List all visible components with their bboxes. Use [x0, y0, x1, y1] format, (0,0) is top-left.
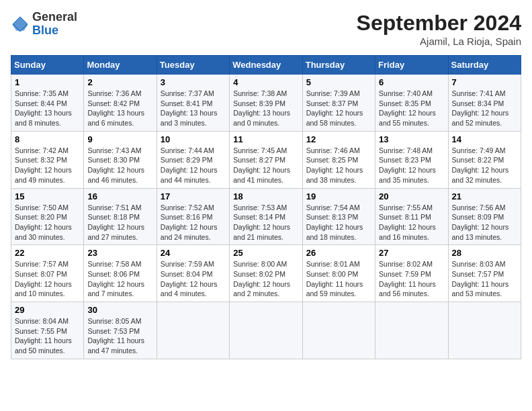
- day-info: Sunrise: 7:59 AMSunset: 8:04 PMDaylight:…: [161, 260, 218, 298]
- day-info: Sunrise: 7:53 AMSunset: 8:14 PMDaylight:…: [233, 203, 290, 241]
- day-info: Sunrise: 7:55 AMSunset: 8:11 PMDaylight:…: [379, 203, 436, 241]
- day-info: Sunrise: 8:00 AMSunset: 8:02 PMDaylight:…: [233, 260, 290, 298]
- calendar-cell: [230, 302, 302, 359]
- day-info: Sunrise: 8:01 AMSunset: 8:00 PMDaylight:…: [306, 260, 363, 298]
- calendar-cell: 23 Sunrise: 7:58 AMSunset: 8:06 PMDaylig…: [84, 245, 157, 302]
- day-number: 19: [306, 191, 371, 201]
- calendar-cell: 13 Sunrise: 7:48 AMSunset: 8:23 PMDaylig…: [375, 131, 448, 188]
- day-number: 16: [87, 191, 152, 201]
- weekday-header: Thursday: [302, 56, 375, 75]
- logo-icon: [11, 15, 30, 34]
- day-number: 27: [379, 248, 444, 258]
- day-info: Sunrise: 8:04 AMSunset: 7:55 PMDaylight:…: [15, 317, 72, 355]
- day-info: Sunrise: 7:51 AMSunset: 8:18 PMDaylight:…: [87, 203, 144, 241]
- day-info: Sunrise: 7:58 AMSunset: 8:06 PMDaylight:…: [87, 260, 144, 298]
- day-info: Sunrise: 7:41 AMSunset: 8:34 PMDaylight:…: [452, 89, 509, 127]
- calendar-cell: 14 Sunrise: 7:49 AMSunset: 8:22 PMDaylig…: [448, 131, 521, 188]
- day-number: 29: [15, 305, 80, 315]
- title-block: September 2024 Ajamil, La Rioja, Spain: [357, 11, 521, 47]
- location: Ajamil, La Rioja, Spain: [357, 36, 521, 47]
- day-info: Sunrise: 7:54 AMSunset: 8:13 PMDaylight:…: [306, 203, 363, 241]
- calendar-cell: 30 Sunrise: 8:05 AMSunset: 7:53 PMDaylig…: [84, 302, 157, 359]
- day-number: 1: [15, 77, 80, 87]
- calendar-cell: 27 Sunrise: 8:02 AMSunset: 7:59 PMDaylig…: [375, 245, 448, 302]
- day-info: Sunrise: 7:39 AMSunset: 8:37 PMDaylight:…: [306, 89, 363, 127]
- calendar-cell: 12 Sunrise: 7:46 AMSunset: 8:25 PMDaylig…: [302, 131, 375, 188]
- day-number: 10: [161, 134, 226, 144]
- day-number: 17: [161, 191, 226, 201]
- day-info: Sunrise: 7:36 AMSunset: 8:42 PMDaylight:…: [87, 89, 144, 127]
- day-info: Sunrise: 7:37 AMSunset: 8:41 PMDaylight:…: [161, 89, 218, 127]
- day-number: 4: [233, 77, 298, 87]
- day-number: 28: [452, 248, 517, 258]
- day-number: 15: [15, 191, 80, 201]
- calendar-cell: 18 Sunrise: 7:53 AMSunset: 8:14 PMDaylig…: [230, 188, 302, 245]
- calendar-cell: 1 Sunrise: 7:35 AMSunset: 8:44 PMDayligh…: [11, 75, 84, 132]
- calendar-cell: 26 Sunrise: 8:01 AMSunset: 8:00 PMDaylig…: [302, 245, 375, 302]
- day-number: 6: [379, 77, 444, 87]
- day-number: 23: [87, 248, 152, 258]
- day-number: 20: [379, 191, 444, 201]
- weekday-header: Saturday: [448, 56, 521, 75]
- weekday-header: Tuesday: [157, 56, 229, 75]
- day-number: 22: [15, 248, 80, 258]
- day-info: Sunrise: 7:42 AMSunset: 8:32 PMDaylight:…: [15, 146, 72, 184]
- calendar-cell: 29 Sunrise: 8:04 AMSunset: 7:55 PMDaylig…: [11, 302, 84, 359]
- day-info: Sunrise: 7:46 AMSunset: 8:25 PMDaylight:…: [306, 146, 363, 184]
- day-number: 5: [306, 77, 371, 87]
- day-number: 7: [452, 77, 517, 87]
- day-number: 21: [452, 191, 517, 201]
- day-info: Sunrise: 7:35 AMSunset: 8:44 PMDaylight:…: [15, 89, 72, 127]
- calendar-cell: 7 Sunrise: 7:41 AMSunset: 8:34 PMDayligh…: [448, 75, 521, 132]
- calendar-cell: 24 Sunrise: 7:59 AMSunset: 8:04 PMDaylig…: [157, 245, 229, 302]
- day-number: 24: [161, 248, 226, 258]
- svg-marker-0: [13, 17, 28, 31]
- calendar-cell: 5 Sunrise: 7:39 AMSunset: 8:37 PMDayligh…: [302, 75, 375, 132]
- day-number: 18: [233, 191, 298, 201]
- calendar-cell: 15 Sunrise: 7:50 AMSunset: 8:20 PMDaylig…: [11, 188, 84, 245]
- day-info: Sunrise: 7:38 AMSunset: 8:39 PMDaylight:…: [233, 89, 290, 127]
- calendar-cell: [448, 302, 521, 359]
- day-number: 12: [306, 134, 371, 144]
- calendar-cell: 6 Sunrise: 7:40 AMSunset: 8:35 PMDayligh…: [375, 75, 448, 132]
- day-number: 2: [87, 77, 152, 87]
- day-number: 25: [233, 248, 298, 258]
- calendar-cell: 4 Sunrise: 7:38 AMSunset: 8:39 PMDayligh…: [230, 75, 302, 132]
- calendar-cell: 17 Sunrise: 7:52 AMSunset: 8:16 PMDaylig…: [157, 188, 229, 245]
- calendar-cell: 22 Sunrise: 7:57 AMSunset: 8:07 PMDaylig…: [11, 245, 84, 302]
- calendar-cell: 21 Sunrise: 7:56 AMSunset: 8:09 PMDaylig…: [448, 188, 521, 245]
- day-info: Sunrise: 7:44 AMSunset: 8:29 PMDaylight:…: [161, 146, 218, 184]
- logo: General Blue: [11, 11, 77, 38]
- day-number: 30: [87, 305, 152, 315]
- day-number: 8: [15, 134, 80, 144]
- day-number: 3: [161, 77, 226, 87]
- calendar-cell: 8 Sunrise: 7:42 AMSunset: 8:32 PMDayligh…: [11, 131, 84, 188]
- calendar-table: SundayMondayTuesdayWednesdayThursdayFrid…: [11, 55, 521, 359]
- weekday-header: Monday: [84, 56, 157, 75]
- day-info: Sunrise: 7:48 AMSunset: 8:23 PMDaylight:…: [379, 146, 436, 184]
- calendar-cell: 16 Sunrise: 7:51 AMSunset: 8:18 PMDaylig…: [84, 188, 157, 245]
- calendar-cell: [302, 302, 375, 359]
- day-info: Sunrise: 7:56 AMSunset: 8:09 PMDaylight:…: [452, 203, 509, 241]
- day-info: Sunrise: 7:40 AMSunset: 8:35 PMDaylight:…: [379, 89, 436, 127]
- day-info: Sunrise: 7:52 AMSunset: 8:16 PMDaylight:…: [161, 203, 218, 241]
- day-info: Sunrise: 7:49 AMSunset: 8:22 PMDaylight:…: [452, 146, 509, 184]
- day-number: 11: [233, 134, 298, 144]
- day-number: 13: [379, 134, 444, 144]
- weekday-header: Wednesday: [230, 56, 302, 75]
- calendar-cell: 28 Sunrise: 8:03 AMSunset: 7:57 PMDaylig…: [448, 245, 521, 302]
- day-info: Sunrise: 7:50 AMSunset: 8:20 PMDaylight:…: [15, 203, 72, 241]
- day-info: Sunrise: 8:03 AMSunset: 7:57 PMDaylight:…: [452, 260, 509, 298]
- page-header: General Blue September 2024 Ajamil, La R…: [11, 11, 521, 47]
- day-info: Sunrise: 8:02 AMSunset: 7:59 PMDaylight:…: [379, 260, 436, 298]
- day-number: 26: [306, 248, 371, 258]
- calendar-cell: 9 Sunrise: 7:43 AMSunset: 8:30 PMDayligh…: [84, 131, 157, 188]
- day-info: Sunrise: 8:05 AMSunset: 7:53 PMDaylight:…: [87, 317, 144, 355]
- day-info: Sunrise: 7:57 AMSunset: 8:07 PMDaylight:…: [15, 260, 72, 298]
- day-number: 9: [87, 134, 152, 144]
- calendar-cell: 3 Sunrise: 7:37 AMSunset: 8:41 PMDayligh…: [157, 75, 229, 132]
- weekday-header: Sunday: [11, 56, 84, 75]
- calendar-cell: [157, 302, 229, 359]
- calendar-cell: 25 Sunrise: 8:00 AMSunset: 8:02 PMDaylig…: [230, 245, 302, 302]
- month-title: September 2024: [357, 11, 521, 36]
